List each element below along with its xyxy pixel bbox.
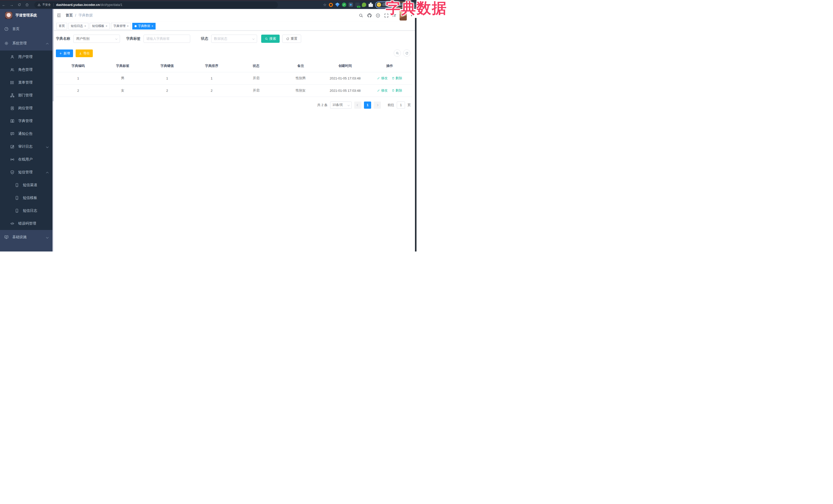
edit-link[interactable]: 修改 <box>377 88 387 93</box>
trash-icon <box>391 89 395 92</box>
page-size-select[interactable]: 10条/页 <box>330 101 352 109</box>
chevron-down-icon <box>115 38 117 40</box>
sidebar-item-label: 通知公告 <box>18 131 32 136</box>
sidebar-item-label: 字典管理 <box>18 119 32 123</box>
col-header-dict-sort: 字典排序 <box>189 60 234 72</box>
col-header-remark: 备注 <box>278 60 323 72</box>
table-row: 1 男 1 1 开启 性别男 2021-01-05 17:03:48 修改 删除 <box>56 72 412 85</box>
tags-view-bar: 首页 短信日志× 短信模板× 字典管理× 字典数据× <box>54 22 416 30</box>
sidebar-item-dict-management[interactable]: 字典管理 <box>0 115 54 127</box>
tab-sms-template[interactable]: 短信模板× <box>90 23 110 29</box>
tab-sms-log[interactable]: 短信日志× <box>68 23 89 29</box>
sidebar-item-online-users[interactable]: 在线用户 <box>0 153 54 166</box>
extension-list-icon[interactable] <box>349 3 353 7</box>
extension-on-badge-icon[interactable] <box>355 3 360 7</box>
close-icon[interactable]: × <box>105 25 108 28</box>
table-header-row: 字典编码 字典标签 字典键值 字典排序 状态 备注 创建时间 操作 <box>56 60 412 72</box>
browser-home-button[interactable] <box>23 3 31 7</box>
sidebar-item-system-management[interactable]: 系统管理 <box>0 36 54 50</box>
dict-name-select[interactable]: 用户性别 <box>73 34 120 43</box>
pagination: 共 2 条 10条/页 1 前往 页 <box>56 101 412 109</box>
sidebar-item-dept-management[interactable]: 部门管理 <box>0 89 54 102</box>
tab-dict-management[interactable]: 字典管理× <box>111 23 131 29</box>
breadcrumb-separator: / <box>75 13 76 18</box>
extension-gem-icon[interactable] <box>335 3 340 7</box>
cell-dict-label: 男 <box>100 72 145 85</box>
close-icon[interactable]: × <box>151 25 153 28</box>
search-icon <box>396 51 399 55</box>
tab-dict-data-active[interactable]: 字典数据× <box>132 23 156 29</box>
status-select[interactable]: 数据状态 <box>211 34 257 43</box>
dict-data-table: 字典编码 字典标签 字典键值 字典排序 状态 备注 创建时间 操作 1 男 1 <box>56 60 412 97</box>
sidebar-item-sms-management[interactable]: 短信管理 <box>0 166 54 179</box>
bookmark-star-icon[interactable]: ☆ <box>323 3 327 7</box>
sidebar-item-home[interactable]: 首页 <box>0 22 54 36</box>
prev-page-button[interactable] <box>354 101 361 109</box>
search-button-label: 搜索 <box>269 37 276 41</box>
status-label: 状态 <box>201 37 208 41</box>
browser-forward-button[interactable]: → <box>8 3 15 7</box>
close-icon[interactable]: × <box>84 25 86 28</box>
sidebar-submenu-system: 用户管理 角色管理 菜单管理 部门管理 岗位管理 字典管理 <box>0 50 54 230</box>
toggle-search-button[interactable] <box>394 49 401 57</box>
tab-home[interactable]: 首页 <box>56 23 67 29</box>
add-button[interactable]: 新增 <box>56 49 73 57</box>
breadcrumb-home[interactable]: 首页 <box>66 13 73 18</box>
goto-page-input[interactable] <box>397 101 405 109</box>
sidebar-item-sms-log[interactable]: 短信日志 <box>0 204 54 217</box>
sidebar-item-sms-template[interactable]: 短信模板 <box>0 192 54 204</box>
current-page-button[interactable]: 1 <box>364 101 371 109</box>
reset-button[interactable]: 重置 <box>282 34 301 43</box>
extension-ubuntu-icon[interactable] <box>329 3 333 7</box>
next-page-button[interactable] <box>374 101 381 109</box>
announcement-icon <box>10 131 15 136</box>
github-icon[interactable] <box>367 13 372 18</box>
delete-link[interactable]: 删除 <box>391 88 402 93</box>
chevron-down-icon <box>253 38 255 40</box>
search-button[interactable]: 搜索 <box>261 34 280 43</box>
export-button[interactable]: 导出 <box>76 49 93 57</box>
browser-reload-button[interactable] <box>15 3 23 7</box>
dict-label-input[interactable]: 请输入字典标签 <box>144 34 190 43</box>
user-icon <box>10 55 15 59</box>
browser-back-button[interactable]: ← <box>0 3 8 7</box>
status-placeholder: 数据状态 <box>214 37 227 41</box>
sidebar-item-post-management[interactable]: 岗位管理 <box>0 102 54 115</box>
refresh-table-button[interactable] <box>403 49 410 57</box>
cell-status: 开启 <box>234 72 279 85</box>
col-header-create-time: 创建时间 <box>323 60 367 72</box>
browser-toolbar: ← → 不安全 dashboard.yudao.iocoder.cn /dict… <box>0 0 416 9</box>
sidebar-item-audit-log[interactable]: 审计日志 <box>0 140 54 153</box>
extension-check-icon[interactable]: ✓ <box>342 3 346 7</box>
phone-icon <box>15 209 19 213</box>
chevron-down-icon <box>348 104 350 106</box>
extensions-puzzle-icon[interactable] <box>368 3 373 7</box>
sidebar-item-label: 短信管理 <box>18 170 32 174</box>
sidebar-item-label: 首页 <box>12 27 20 31</box>
sidebar-item-menu-management[interactable]: 菜单管理 <box>0 76 54 89</box>
sidebar-item-label: 部门管理 <box>18 93 32 98</box>
help-icon[interactable] <box>376 13 380 18</box>
sidebar-item-infrastructure[interactable]: 基础设施 <box>0 230 54 244</box>
sidebar-item-notice[interactable]: 通知公告 <box>0 127 54 140</box>
tab-label: 首页 <box>59 24 65 28</box>
profile-emoji-avatar <box>377 3 381 7</box>
app-logo-row[interactable]: 芋道管理系统 <box>0 9 54 22</box>
refresh-icon <box>286 37 289 41</box>
extension-plant-icon[interactable] <box>362 3 366 7</box>
sidebar-item-label: 角色管理 <box>18 67 32 72</box>
search-icon[interactable] <box>359 13 363 18</box>
cell-create-time: 2021-01-05 17:03:48 <box>323 85 367 97</box>
close-icon[interactable]: × <box>127 25 129 28</box>
hamburger-collapse-icon[interactable] <box>56 13 62 18</box>
address-bar[interactable]: 不安全 dashboard.yudao.iocoder.cn /dict/typ… <box>34 2 278 8</box>
cell-remark: 性别女 <box>278 85 323 97</box>
window-scrollbar[interactable] <box>415 18 416 251</box>
sidebar-item-sms-channel[interactable]: 短信渠道 <box>0 179 54 192</box>
edit-link[interactable]: 修改 <box>377 76 387 80</box>
pagination-total: 共 2 条 <box>317 103 328 107</box>
sidebar-item-user-management[interactable]: 用户管理 <box>0 50 54 63</box>
sidebar-item-error-code[interactable]: 错误码管理 <box>0 217 54 230</box>
delete-link[interactable]: 删除 <box>391 76 402 80</box>
sidebar-item-role-management[interactable]: 角色管理 <box>0 63 54 76</box>
